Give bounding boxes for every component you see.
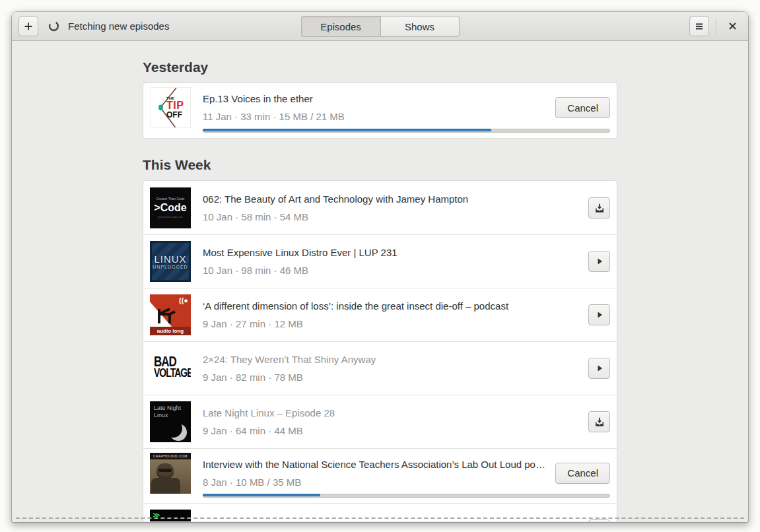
episode-meta: 9 Jan · 64 min · 44 MB xyxy=(203,425,580,436)
headerbar-left: Fetching new episodes xyxy=(18,17,169,36)
episode-meta: 11 Jan · 33 min · 15 MB / 21 MB xyxy=(203,111,547,122)
episode-meta: 9 Jan · 82 min · 78 MB xyxy=(203,372,580,383)
episode-title: Late Night Linux – Episode 28 xyxy=(203,407,580,418)
download-progress-bar xyxy=(203,494,610,498)
download-icon xyxy=(594,203,605,213)
download-icon xyxy=(594,416,605,427)
download-progress-bar xyxy=(203,129,610,133)
episode-title: 2×24: They Weren’t That Shiny Anyway xyxy=(203,354,580,365)
episode-title: Most Expensive Linux Distro Ever | LUP 2… xyxy=(203,247,580,258)
cover-art-bad-voltage: BAD VOLTAGE xyxy=(150,348,191,389)
cover-art-greater-than-code: Greater Than Code >Code greaterthancode.… xyxy=(150,187,191,228)
download-button[interactable] xyxy=(588,197,610,218)
cover-art-craphound: CRAPHOUND.COM xyxy=(150,453,191,494)
play-button[interactable] xyxy=(588,358,610,379)
download-button[interactable] xyxy=(588,519,610,521)
scroll-undershoot-indicator xyxy=(16,517,744,519)
status-text: Fetching new episodes xyxy=(68,20,169,32)
episode-title: ‘A different dimension of loss’: inside … xyxy=(203,300,580,312)
episode-row-audio-long-reads: ((● audio long reads ‘A different dimens… xyxy=(143,288,617,341)
episode-row-late-night-linux: Late Night Linux Late Night Linux – Epis… xyxy=(143,395,617,448)
play-button[interactable] xyxy=(588,251,610,272)
hamburger-menu-icon xyxy=(694,21,705,32)
cover-art-audio-long-reads: ((● audio long reads xyxy=(150,294,191,335)
cover-art-linux-unplugged: LINUX UNPLUGGED xyxy=(150,241,191,282)
spinner-icon xyxy=(48,20,59,32)
cover-art-irl: ≫ IRL xyxy=(150,510,191,521)
cancel-download-button[interactable]: Cancel xyxy=(555,97,610,118)
play-icon xyxy=(594,310,605,320)
download-button[interactable] xyxy=(588,411,610,432)
headerbar-separator xyxy=(716,18,716,35)
menu-button[interactable] xyxy=(689,17,709,36)
section-heading-this-week: This Week xyxy=(143,157,617,173)
close-icon xyxy=(728,21,738,31)
plus-icon xyxy=(23,21,34,32)
play-icon xyxy=(594,256,605,267)
play-button[interactable] xyxy=(588,304,610,325)
play-icon xyxy=(594,363,605,374)
cover-art-the-tip-off: THE TIP OFF xyxy=(150,87,191,128)
episode-meta: 10 Jan · 98 min · 46 MB xyxy=(203,265,580,276)
episode-row-linux-unplugged: LINUX UNPLUGGED Most Expensive Linux Dis… xyxy=(143,234,617,288)
cancel-download-button[interactable]: Cancel xyxy=(555,463,610,484)
episode-meta: 8 Jan · 10 MB / 35 MB xyxy=(203,477,547,488)
crescent-moon-icon xyxy=(170,424,187,441)
headerbar-right xyxy=(689,17,742,36)
episode-meta: 10 Jan · 58 min · 54 MB xyxy=(203,211,580,222)
app-window: Fetching new episodes Episodes Shows Yes… xyxy=(12,12,748,522)
add-podcast-button[interactable] xyxy=(18,17,38,36)
episode-row-craphound: CRAPHOUND.COM Interview with the Nationa… xyxy=(143,448,617,503)
this-week-card: Greater Than Code >Code greaterthancode.… xyxy=(143,180,617,521)
episode-row-greater-than-code: Greater Than Code >Code greaterthancode.… xyxy=(143,181,617,234)
view-switcher: Episodes Shows xyxy=(301,16,460,37)
cover-art-late-night-linux: Late Night Linux xyxy=(150,401,191,442)
yesterday-card: THE TIP OFF Ep.13 Voices in the ether 11… xyxy=(143,83,617,139)
episode-title: 062: The Beauty of Art and Technology wi… xyxy=(203,193,580,205)
episode-row-bad-voltage: BAD VOLTAGE 2×24: They Weren’t That Shin… xyxy=(143,341,617,395)
headerbar[interactable]: Fetching new episodes Episodes Shows xyxy=(12,12,748,41)
tab-episodes[interactable]: Episodes xyxy=(301,16,380,37)
episode-title: Bot or Not xyxy=(203,521,580,522)
section-heading-yesterday: Yesterday xyxy=(143,59,617,75)
episode-meta: 9 Jan · 27 min · 12 MB xyxy=(203,318,580,329)
tab-shows[interactable]: Shows xyxy=(380,16,460,37)
episode-title: Interview with the National Science Teac… xyxy=(203,459,547,470)
guardian-roundel-icon: ((● xyxy=(179,296,188,304)
episode-title: Ep.13 Voices in the ether xyxy=(203,93,547,104)
close-window-button[interactable] xyxy=(723,17,742,36)
episodes-view: Yesterday THE TIP OFF xyxy=(12,41,748,521)
episode-row-tip-off: THE TIP OFF Ep.13 Voices in the ether 11… xyxy=(143,83,617,138)
